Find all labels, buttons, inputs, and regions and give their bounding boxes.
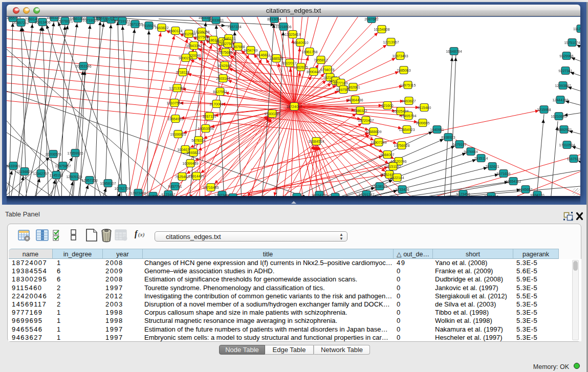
svg-text:7134512: 7134512 — [226, 196, 239, 196]
svg-text:3875685: 3875685 — [219, 51, 232, 54]
svg-text:621600: 621600 — [381, 104, 393, 107]
svg-text:16648784: 16648784 — [446, 50, 462, 53]
svg-text:3170061: 3170061 — [209, 102, 223, 106]
svg-text:8123407: 8123407 — [161, 193, 175, 196]
svg-text:16671355: 16671355 — [127, 23, 143, 26]
svg-text:9227341: 9227341 — [558, 69, 572, 73]
svg-text:2603144: 2603144 — [216, 77, 230, 80]
svg-text:9699695: 9699695 — [416, 121, 429, 125]
svg-text:1733426: 1733426 — [395, 188, 409, 191]
svg-text:7515526: 7515526 — [142, 24, 156, 28]
svg-text:6479197: 6479197 — [452, 143, 466, 146]
svg-text:8123467: 8123467 — [328, 195, 342, 196]
svg-text:12213967: 12213967 — [383, 40, 399, 44]
svg-text:19166825: 19166825 — [170, 133, 186, 136]
svg-text:15495794: 15495794 — [400, 114, 416, 118]
svg-text:8533901: 8533901 — [7, 164, 20, 168]
svg-text:9146821: 9146821 — [256, 53, 270, 57]
svg-text:9123456: 9123456 — [456, 192, 470, 196]
svg-text:10975857: 10975857 — [55, 164, 71, 168]
svg-text:9115460: 9115460 — [418, 106, 431, 110]
svg-text:19218506: 19218506 — [275, 25, 291, 29]
svg-text:9890213: 9890213 — [179, 56, 192, 60]
svg-text:(x): (x) — [138, 231, 145, 238]
svg-text:8427552: 8427552 — [213, 90, 227, 94]
svg-text:f: f — [135, 229, 138, 238]
svg-text:20206576: 20206576 — [45, 152, 61, 156]
svg-text:20557212: 20557212 — [13, 21, 29, 25]
svg-text:12975115: 12975115 — [400, 83, 416, 87]
svg-text:16154808: 16154808 — [374, 28, 389, 31]
svg-text:20364436: 20364436 — [347, 98, 363, 102]
svg-text:15720407: 15720407 — [358, 119, 374, 122]
svg-text:13325419: 13325419 — [285, 33, 300, 36]
svg-text:8813054: 8813054 — [267, 17, 281, 21]
svg-text:7357224: 7357224 — [227, 25, 241, 29]
svg-text:9245013: 9245013 — [290, 195, 303, 196]
svg-text:11156829: 11156829 — [17, 170, 32, 173]
svg-text:8660124: 8660124 — [168, 29, 182, 33]
svg-text:1640951: 1640951 — [430, 128, 444, 132]
svg-text:3267110: 3267110 — [203, 115, 216, 118]
svg-text:18107554: 18107554 — [166, 101, 182, 105]
svg-text:9857791: 9857791 — [168, 185, 182, 188]
svg-text:15300235: 15300235 — [264, 112, 280, 116]
svg-text:6794078: 6794078 — [320, 68, 334, 72]
svg-text:7632621: 7632621 — [485, 165, 499, 168]
svg-text:13353594: 13353594 — [198, 127, 213, 130]
svg-text:10973493: 10973493 — [392, 54, 408, 58]
svg-text:1362635: 1362635 — [294, 65, 308, 69]
svg-text:9245652: 9245652 — [518, 188, 532, 191]
svg-text:12923486: 12923486 — [130, 191, 146, 195]
svg-text:1167534: 1167534 — [567, 157, 580, 161]
svg-text:7663822: 7663822 — [155, 26, 168, 30]
svg-text:8253417: 8253417 — [484, 195, 498, 196]
svg-text:9474444: 9474444 — [464, 150, 477, 154]
svg-text:16961758: 16961758 — [301, 50, 317, 54]
svg-text:7386322: 7386322 — [353, 109, 367, 113]
svg-text:2718126: 2718126 — [176, 71, 189, 74]
svg-text:16782759: 16782759 — [114, 187, 130, 190]
svg-text:9329966: 9329966 — [559, 54, 573, 58]
svg-text:10688609: 10688609 — [365, 130, 381, 134]
svg-text:16033811: 16033811 — [208, 18, 224, 22]
svg-text:15751074: 15751074 — [564, 41, 580, 45]
svg-text:10958107: 10958107 — [100, 182, 116, 185]
svg-text:17010504: 17010504 — [559, 143, 575, 147]
svg-text:12505135: 12505135 — [66, 175, 82, 179]
svg-text:9242843: 9242843 — [217, 64, 231, 68]
svg-text:3215958: 3215958 — [537, 108, 551, 112]
svg-text:16543392: 16543392 — [186, 44, 202, 48]
svg-text:14025515: 14025515 — [145, 194, 161, 196]
svg-text:7955812: 7955812 — [314, 58, 328, 62]
svg-text:17359926: 17359926 — [67, 151, 83, 155]
svg-text:2087682: 2087682 — [364, 17, 378, 21]
svg-text:7485063: 7485063 — [397, 69, 410, 72]
svg-text:16914479: 16914479 — [188, 174, 204, 178]
svg-text:7462661: 7462661 — [346, 85, 360, 89]
svg-text:1588520: 1588520 — [269, 57, 283, 60]
svg-text:15138141: 15138141 — [372, 185, 387, 188]
svg-text:13716485: 13716485 — [203, 186, 219, 189]
svg-text:9934120: 9934120 — [530, 193, 544, 196]
svg-text:12444159: 12444159 — [552, 98, 568, 102]
svg-text:16099489: 16099489 — [182, 162, 198, 165]
svg-text:9084007: 9084007 — [380, 153, 394, 157]
svg-text:8471636: 8471636 — [496, 172, 510, 176]
svg-text:3493822: 3493822 — [186, 151, 200, 155]
svg-text:18724007: 18724007 — [286, 105, 302, 108]
svg-text:18907249: 18907249 — [371, 141, 386, 144]
svg-text:18640910: 18640910 — [292, 41, 308, 45]
svg-text:9777169: 9777169 — [334, 81, 347, 85]
svg-text:10654112: 10654112 — [506, 180, 521, 183]
svg-text:15692921: 15692921 — [556, 128, 572, 132]
svg-text:7625402: 7625402 — [175, 175, 189, 179]
svg-text:19384554: 19384554 — [308, 140, 324, 143]
svg-text:12213363: 12213363 — [169, 86, 185, 90]
svg-text:12342757: 12342757 — [33, 172, 49, 176]
svg-text:16913406: 16913406 — [34, 20, 50, 24]
svg-text:2367608: 2367608 — [231, 45, 245, 49]
svg-text:20053346: 20053346 — [75, 64, 91, 68]
svg-text:11123344: 11123344 — [573, 27, 580, 31]
svg-text:10291347: 10291347 — [358, 193, 374, 196]
